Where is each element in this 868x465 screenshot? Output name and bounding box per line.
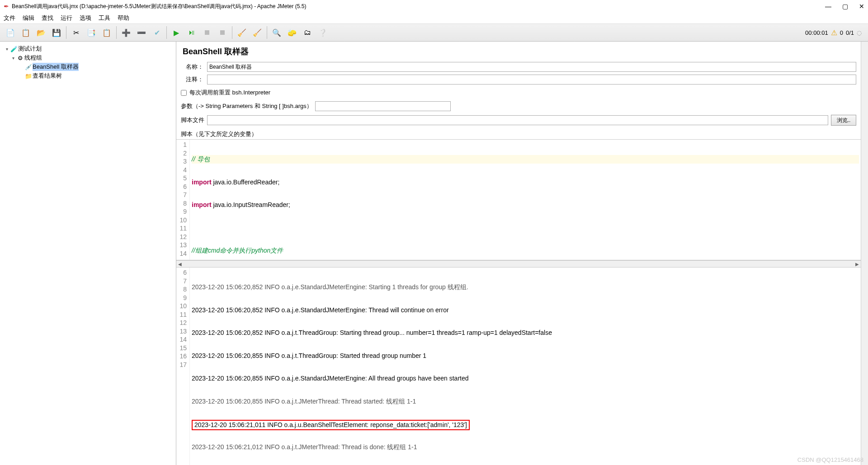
add-button[interactable]: ➕ — [119, 26, 133, 39]
titlebar: ✒ BeanShell调用java代码.jmx (D:\apache-jmete… — [0, 0, 868, 13]
log-line: 2023-12-20 15:06:20,852 INFO o.a.j.t.Thr… — [192, 329, 859, 337]
menu-file[interactable]: 文件 — [4, 14, 15, 22]
log-content: 2023-12-20 15:06:20,852 INFO o.a.j.e.Sta… — [190, 268, 861, 465]
minimize-button[interactable]: — — [825, 3, 831, 10]
new-button[interactable]: 📄 — [4, 26, 17, 39]
panel-title: BeanShell 取样器 — [176, 42, 861, 61]
script-editor[interactable]: 1234567891011121314 // 导包 import java.io… — [176, 139, 861, 260]
separator — [116, 26, 117, 39]
clear-button[interactable]: 🧹 — [235, 26, 249, 39]
watermark: CSDN @QQ1215461468 — [797, 456, 863, 463]
scroll-right-icon[interactable]: ▶ — [854, 262, 861, 267]
elapsed-time: 00:00:01 — [805, 29, 828, 36]
right-panel: BeanShell 取样器 名称： 注释： 每次调用前重置 bsh.Interp… — [176, 42, 861, 465]
main-split: ▾ 🧪 测试计划 ▾ ⚙ 线程组 💉 BeanShell 取样器 📁 查看结果树… — [0, 42, 868, 465]
test-plan-tree[interactable]: ▾ 🧪 测试计划 ▾ ⚙ 线程组 💉 BeanShell 取样器 📁 查看结果树 — [0, 42, 176, 465]
menu-help[interactable]: 帮助 — [118, 14, 129, 22]
window-title: BeanShell调用java代码.jmx (D:\apache-jmeter-… — [12, 3, 825, 10]
gear-icon: ⚙ — [16, 55, 24, 61]
flask-icon: 🧪 — [10, 46, 18, 52]
name-label: 名称： — [181, 63, 203, 71]
run-button[interactable]: ▶ — [170, 26, 183, 39]
log-line: 2023-12-20 15:06:20,852 INFO o.a.j.e.Sta… — [192, 306, 859, 315]
tree-beanshell-sampler[interactable]: 💉 BeanShell 取样器 — [2, 62, 174, 71]
status-area: 00:00:01 ⚠ 0 0/1 ◌ — [805, 28, 862, 37]
log-line: 2023-12-20 15:06:20,855 INFO o.a.j.t.JMe… — [192, 397, 859, 406]
window-controls: — ▢ ✕ — [825, 3, 864, 10]
reset-checkbox[interactable] — [181, 90, 187, 96]
close-button[interactable]: ✕ — [859, 3, 864, 10]
twisty-icon[interactable]: ▾ — [10, 56, 16, 61]
toolbar: 📄 📋 📂 💾 ✂ 📑 📋 ➕ ➖ ✔ ▶ ⏯ ⏹ ⏹ 🧹 🧹 🔍 🧽 🗂 ❔ … — [0, 23, 868, 42]
script-label: 脚本（见下文所定义的变量） — [176, 127, 861, 139]
maximize-button[interactable]: ▢ — [842, 3, 848, 10]
log-line: 2023-12-20 15:06:20,855 INFO o.a.j.e.Sta… — [192, 374, 859, 383]
file-input[interactable] — [207, 115, 828, 125]
log-panel[interactable]: 67891011121314151617 2023-12-20 15:06:20… — [176, 268, 861, 465]
activity-icon: ◌ — [857, 29, 862, 36]
open-button[interactable]: 📂 — [34, 26, 48, 39]
params-label: 参数（-> String Parameters 和 String [ ]bsh.… — [181, 102, 312, 110]
separator — [267, 26, 267, 39]
separator — [166, 26, 167, 39]
menubar: 文件 编辑 查找 运行 选项 工具 帮助 — [0, 13, 868, 23]
reset-label: 每次调用前重置 bsh.Interpreter — [189, 89, 270, 97]
menu-run[interactable]: 运行 — [61, 14, 72, 22]
log-gutter: 67891011121314151617 — [176, 268, 190, 465]
editor-code[interactable]: // 导包 import java.io.BufferedReader; imp… — [190, 140, 861, 260]
stop-button[interactable]: ⏹ — [200, 26, 214, 39]
name-row: 名称： — [176, 61, 861, 73]
file-row: 脚本文件 浏览.. — [176, 113, 861, 127]
tree-thread-group[interactable]: ▾ ⚙ 线程组 — [2, 53, 174, 62]
comment-input[interactable] — [207, 75, 856, 85]
folder-icon: 📁 — [24, 73, 33, 80]
cut-button[interactable]: ✂ — [69, 26, 83, 39]
function-helper-button[interactable]: 🗂 — [301, 26, 314, 39]
shutdown-button[interactable]: ⏹ — [216, 26, 229, 39]
warning-count: 0 — [840, 29, 843, 36]
enable-button[interactable]: ✔ — [150, 26, 164, 39]
twisty-icon[interactable]: ▾ — [4, 47, 10, 52]
comment-row: 注释： — [176, 73, 861, 86]
menu-options[interactable]: 选项 — [80, 14, 91, 22]
menu-tools[interactable]: 工具 — [99, 14, 110, 22]
paste-button[interactable]: 📋 — [100, 26, 113, 39]
templates-button[interactable]: 📋 — [19, 26, 33, 39]
params-input[interactable] — [315, 101, 451, 111]
thread-count: 0/1 — [846, 29, 854, 36]
clear-all-button[interactable]: 🧹 — [250, 26, 264, 39]
params-row: 参数（-> String Parameters 和 String [ ]bsh.… — [176, 99, 861, 113]
tree-test-plan[interactable]: ▾ 🧪 测试计划 — [2, 44, 174, 53]
app-icon: ✒ — [4, 3, 9, 10]
right-scrollbar[interactable] — [861, 42, 868, 465]
name-input[interactable] — [207, 62, 856, 72]
file-label: 脚本文件 — [181, 116, 204, 124]
log-line: 2023-12-20 15:06:20,852 INFO o.a.j.e.Sta… — [192, 283, 859, 291]
browse-button[interactable]: 浏览.. — [831, 115, 856, 126]
log-line: 2023-12-20 15:06:21,012 INFO o.a.j.t.JMe… — [192, 443, 859, 451]
run-no-pause-button[interactable]: ⏯ — [185, 26, 198, 39]
remove-button[interactable]: ➖ — [135, 26, 148, 39]
tree-view-results[interactable]: 📁 查看结果树 — [2, 71, 174, 80]
warning-icon[interactable]: ⚠ — [831, 28, 837, 37]
menu-search[interactable]: 查找 — [42, 14, 53, 22]
pipette-icon: 💉 — [24, 64, 33, 70]
separator — [66, 26, 66, 39]
menu-edit[interactable]: 编辑 — [23, 14, 34, 22]
editor-gutter: 1234567891011121314 — [176, 140, 190, 260]
scroll-left-icon[interactable]: ◀ — [176, 262, 184, 267]
log-line-highlighted: 2023-12-20 15:06:21,011 INFO o.a.j.u.Bea… — [192, 420, 859, 428]
separator — [232, 26, 232, 39]
log-line: 2023-12-20 15:06:20,855 INFO o.a.j.t.Thr… — [192, 352, 859, 360]
help-button[interactable]: ❔ — [316, 26, 330, 39]
reset-row: 每次调用前重置 bsh.Interpreter — [176, 86, 861, 99]
editor-hscroll[interactable]: ◀ ▶ — [176, 260, 861, 268]
copy-button[interactable]: 📑 — [85, 26, 98, 39]
reset-search-button[interactable]: 🧽 — [285, 26, 299, 39]
save-button[interactable]: 💾 — [50, 26, 63, 39]
find-button[interactable]: 🔍 — [270, 26, 283, 39]
comment-label: 注释： — [181, 75, 203, 84]
